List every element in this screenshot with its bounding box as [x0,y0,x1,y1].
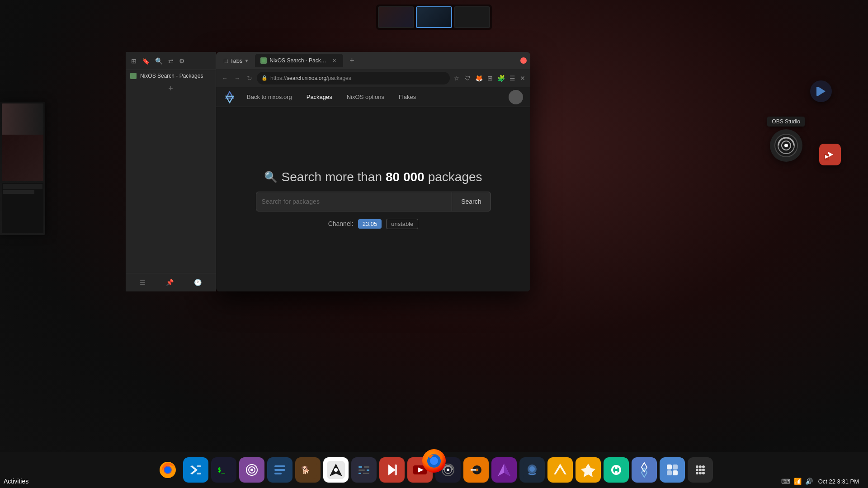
search-title-suffix: packages [428,170,482,184]
lock-icon: 🔒 [261,75,268,81]
tabs-button[interactable]: ⬚ Tabs ▼ [220,56,252,66]
dock-icon-appgrid[interactable] [688,457,713,483]
svg-point-80 [699,465,702,468]
network-icon[interactable]: 📶 [794,478,802,485]
dock-icon-flathub[interactable] [660,457,685,483]
taskbar-datetime[interactable]: Oct 22 3:31 PM [818,478,859,485]
sidebar-bookmark-icon[interactable]: 🔖 [140,56,151,66]
nav-packages[interactable]: Packages [303,92,336,102]
sidebar-tab-sync-icon[interactable]: ⇄ [166,56,175,66]
volume-icon[interactable]: 🔊 [805,478,813,485]
extensions-icon[interactable]: 🧩 [496,73,506,83]
window-thumb-1[interactable] [378,6,414,28]
browser-titlebar: ⬚ Tabs ▼ NixOS Search - Packages × + [216,52,530,69]
url-text: https://search.nixos.org/packages [270,75,351,81]
nav-back-to-nixos[interactable]: Back to nixos.org [243,92,296,102]
tab-title: NixOS Search - Packages [269,57,328,64]
window-thumb-3[interactable] [454,6,490,28]
dock-icon-endeavour[interactable] [491,457,517,483]
svg-marker-2 [226,96,233,103]
left-window-preview [0,102,45,235]
window-thumb-2[interactable] [416,6,452,28]
dock-icon-blender[interactable] [463,457,489,483]
sidebar-search-icon[interactable]: 🔍 [153,56,165,66]
back-button[interactable]: ← [220,73,230,84]
svg-marker-3 [818,87,826,96]
channel-unstable-badge[interactable]: unstable [386,219,418,229]
reader-mode-icon[interactable]: ⊞ [486,73,494,83]
svg-point-86 [699,472,702,474]
dock-icon-firefox[interactable] [155,457,180,483]
svg-rect-37 [367,469,369,471]
search-button[interactable]: Search [452,192,490,211]
svg-point-87 [702,472,705,474]
svg-rect-27 [274,469,285,471]
dock-icon-controlcenter[interactable] [351,457,377,483]
sidebar-toolbar: ⊞ 🔖 🔍 ⇄ ⚙ [126,52,216,70]
svg-text:$_: $_ [217,466,225,474]
svg-rect-69 [615,471,618,474]
sidebar-new-tab-button[interactable]: + [126,82,216,95]
dock-icon-tor[interactable] [239,457,264,483]
sidebar-pin-icon[interactable]: 📌 [164,277,175,288]
menu-icon[interactable]: ☰ [508,73,517,83]
taskbar-date-text: Oct 22 [818,478,835,485]
dock-icon-bluegriffon[interactable] [267,457,292,483]
svg-rect-74 [667,465,672,469]
refresh-button[interactable]: ↻ [245,73,254,84]
svg-point-60 [529,466,535,472]
sidebar-bottom-bar: ☰ 📌 🕐 [126,273,216,291]
svg-rect-77 [673,470,678,475]
nixos-navbar: Back to nixos.org Packages NixOS options… [216,87,530,107]
activities-button[interactable]: Activities [0,474,32,488]
dock-icon-strawberry[interactable] [379,457,405,483]
sidebar-history-icon[interactable]: ☰ [138,277,147,288]
dock-icon-nixos-tool[interactable] [632,457,657,483]
sidebar-tab-nixos[interactable]: NixOS Search - Packages [126,70,216,82]
search-input[interactable] [256,198,452,205]
browser-urlbar: ← → ↻ 🔒 https://search.nixos.org/package… [216,69,530,87]
dock-icon-element[interactable] [604,457,629,483]
browser-tab-nixos[interactable]: NixOS Search - Packages × [255,54,343,67]
svg-rect-28 [274,473,282,474]
url-path: /packages [326,75,351,81]
container-icon[interactable]: 🛡 [463,73,472,83]
channel-stable-badge[interactable]: 23.05 [358,219,382,229]
stream-icon-circle[interactable] [810,80,832,102]
svg-point-32 [334,468,338,472]
svg-rect-34 [359,466,362,468]
dock-icon-prism[interactable] [547,457,573,483]
sidebar-clock-icon[interactable]: 🕐 [192,277,203,288]
channel-label: Channel: [328,220,354,227]
search-bar: Search [256,192,491,211]
forward-button[interactable]: → [232,73,242,84]
dock-firefox-large[interactable] [421,448,447,475]
keyboard-icon[interactable]: ⌨ [781,478,790,485]
sidebar-layout-icon[interactable]: ⊞ [129,56,138,66]
dock-icon-steam[interactable] [519,457,545,483]
url-bar[interactable]: 🔒 https://search.nixos.org/packages [257,72,450,84]
search-section: 🔍 Search more than 80 000 packages Searc… [256,170,491,229]
nav-flakes[interactable]: Flakes [395,92,420,102]
dock-icon-vscode[interactable] [183,457,208,483]
nixos-logo[interactable] [223,91,236,103]
dock-icon-gimp[interactable]: 🐕 [295,457,321,483]
bookmark-star-icon[interactable]: ☆ [453,73,461,83]
freetube-floating-icon[interactable] [819,144,841,165]
tab-close-button[interactable]: × [331,56,337,65]
svg-point-83 [699,469,702,471]
sidebar-settings-icon[interactable]: ⚙ [177,56,187,66]
nav-nixos-options[interactable]: NixOS options [343,92,388,102]
window-close-button[interactable] [520,57,527,64]
dock-icon-inkscape[interactable] [323,457,349,483]
close-sidebar-icon[interactable]: ✕ [519,73,527,83]
obs-icon-circle[interactable] [770,129,802,162]
firefox-sync-icon[interactable]: 🦊 [474,73,484,83]
svg-rect-26 [274,465,285,467]
window-controls [520,57,527,64]
new-tab-button[interactable]: + [346,54,359,67]
svg-rect-42 [395,465,397,475]
dock-icon-heroic[interactable] [576,457,601,483]
dock-icon-terminal[interactable]: $_ [211,457,236,483]
url-actions: ☆ 🛡 🦊 ⊞ 🧩 ☰ ✕ [453,73,527,83]
